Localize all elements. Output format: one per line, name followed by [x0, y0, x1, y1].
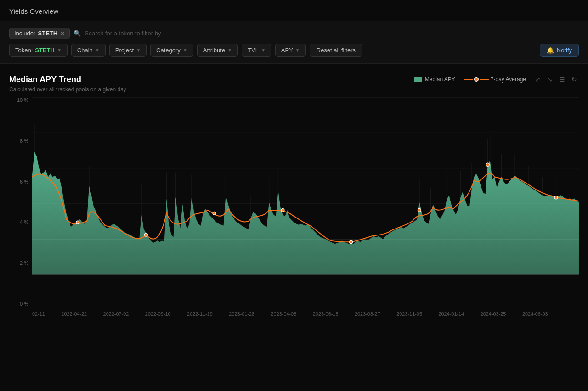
- chain-label: Chain: [77, 47, 93, 54]
- search-wrapper: 🔍 Search for a token to filter by: [74, 30, 579, 37]
- y-label-2: 2 %: [9, 260, 28, 266]
- svg-text:2023-06-18: 2023-06-18: [313, 311, 339, 317]
- svg-text:2024-03-25: 2024-03-25: [481, 311, 506, 317]
- refresh-chart-button[interactable]: ↻: [570, 75, 579, 84]
- attribute-chevron-icon: ▼: [227, 48, 232, 53]
- legend-median-apy: Median APY: [414, 76, 455, 83]
- svg-text:2023-01-28: 2023-01-28: [229, 311, 254, 317]
- svg-point-35: [554, 196, 558, 199]
- attribute-filter-button[interactable]: Attribute ▼: [197, 44, 238, 57]
- category-filter-button[interactable]: Category ▼: [150, 44, 193, 57]
- reset-filters-button[interactable]: Reset all filters: [310, 44, 362, 57]
- svg-text:2022-09-10: 2022-09-10: [145, 311, 171, 317]
- chart-legend: Median APY 7-day Average: [414, 76, 526, 83]
- chart-title: Median APY Trend: [9, 75, 126, 84]
- page-title: Yields Overview: [9, 7, 58, 15]
- chart-header: Median APY Trend Calculated over all tra…: [9, 75, 579, 93]
- legend-7day-label: 7-day Average: [491, 76, 526, 83]
- chart-actions: ⤢ ⤡ ☰ ↻: [533, 75, 579, 84]
- notify-label: Notify: [557, 47, 572, 54]
- filter-buttons-row: Token: STETH ▼ Chain ▼ Project ▼ Categor…: [9, 44, 579, 57]
- token-tag-remove[interactable]: ✕: [60, 31, 65, 36]
- filter-section: Include: STETH ✕ 🔍 Search for a token to…: [0, 21, 588, 64]
- tvl-filter-button[interactable]: TVL ▼: [242, 44, 271, 57]
- svg-text:2023-08-27: 2023-08-27: [355, 311, 380, 317]
- y-label-0: 0 %: [9, 301, 28, 307]
- tvl-chevron-icon: ▼: [261, 48, 266, 53]
- project-label: Project: [115, 47, 134, 54]
- svg-point-30: [213, 212, 216, 215]
- svg-point-28: [76, 221, 79, 224]
- legend-median-apy-box: [414, 77, 422, 82]
- apy-chevron-icon: ▼: [295, 48, 300, 53]
- token-value: STETH: [35, 47, 55, 54]
- y-label-8: 8 %: [9, 138, 28, 144]
- token-filter-button[interactable]: Token: STETH ▼: [9, 44, 68, 57]
- chart-container: 10 % 8 % 6 % 4 % 2 % 0 %: [9, 97, 579, 320]
- token-tag-value: STETH: [38, 30, 58, 37]
- chart-svg-wrapper: 2022-02-11 2022-04-22 2022-07-02 2022-09…: [32, 97, 579, 320]
- attribute-label: Attribute: [203, 47, 225, 54]
- svg-text:2022-02-11: 2022-02-11: [32, 311, 45, 317]
- chart-svg: 2022-02-11 2022-04-22 2022-07-02 2022-09…: [32, 97, 579, 320]
- y-label-4: 4 %: [9, 219, 28, 225]
- tvl-label: TVL: [248, 47, 259, 54]
- apy-label: APY: [281, 47, 293, 54]
- apy-filter-button[interactable]: APY ▼: [275, 44, 306, 57]
- y-label-10: 10 %: [9, 97, 28, 103]
- svg-point-32: [350, 240, 353, 244]
- y-label-6: 6 %: [9, 179, 28, 184]
- expand-chart-button[interactable]: ⤢: [533, 75, 543, 84]
- legend-7day-dash-left: [464, 79, 473, 80]
- legend-7day-avg: 7-day Average: [464, 76, 526, 83]
- svg-text:2022-11-19: 2022-11-19: [187, 311, 213, 317]
- search-placeholder[interactable]: Search for a token to filter by: [85, 30, 161, 37]
- project-chevron-icon: ▼: [136, 48, 141, 53]
- chart-title-area: Median APY Trend Calculated over all tra…: [9, 75, 126, 93]
- chart-subtitle: Calculated over all tracked pools on a g…: [9, 86, 126, 93]
- bell-icon: 🔔: [547, 47, 554, 54]
- table-view-button[interactable]: ☰: [557, 75, 567, 84]
- project-filter-button[interactable]: Project ▼: [109, 44, 147, 57]
- svg-text:2022-04-22: 2022-04-22: [61, 311, 87, 317]
- svg-point-29: [144, 233, 147, 236]
- svg-text:2022-07-02: 2022-07-02: [103, 311, 129, 317]
- svg-point-33: [418, 208, 421, 212]
- shrink-chart-button[interactable]: ⤡: [545, 75, 554, 84]
- category-chevron-icon: ▼: [183, 48, 187, 53]
- legend-7day-dash-right: [480, 79, 489, 80]
- token-label: Token:: [15, 47, 33, 54]
- svg-text:2024-01-14: 2024-01-14: [438, 311, 464, 317]
- chain-chevron-icon: ▼: [95, 48, 100, 53]
- y-axis-labels: 10 % 8 % 6 % 4 % 2 % 0 %: [9, 97, 28, 307]
- chart-section: Median APY Trend Calculated over all tra…: [0, 64, 588, 331]
- category-label: Category: [156, 47, 181, 54]
- legend-7day-dot: [474, 77, 479, 82]
- svg-text:2024-06-03: 2024-06-03: [522, 311, 548, 317]
- svg-point-31: [281, 208, 284, 212]
- notify-button[interactable]: 🔔 Notify: [540, 44, 579, 57]
- chain-filter-button[interactable]: Chain ▼: [71, 44, 106, 57]
- filter-search-row: Include: STETH ✕ 🔍 Search for a token to…: [9, 28, 579, 39]
- svg-point-34: [486, 163, 489, 166]
- svg-text:2023-04-08: 2023-04-08: [271, 311, 297, 317]
- page-header: Yields Overview: [0, 0, 588, 21]
- token-tag[interactable]: Include: STETH ✕: [9, 28, 70, 39]
- legend-median-apy-label: Median APY: [425, 76, 455, 83]
- token-chevron-icon: ▼: [57, 48, 62, 53]
- token-tag-prefix: Include:: [14, 30, 35, 37]
- search-icon: 🔍: [74, 30, 81, 37]
- svg-text:2023-11-05: 2023-11-05: [396, 311, 422, 317]
